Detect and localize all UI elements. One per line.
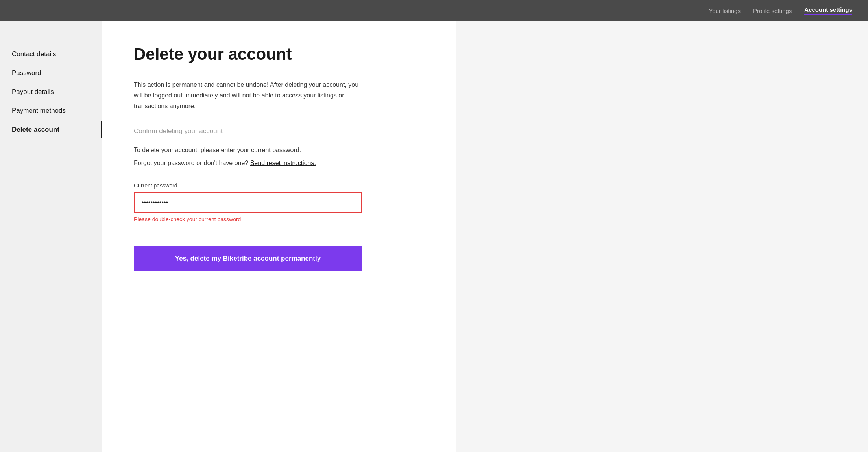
warning-text: This action is permanent and cannot be u…: [134, 79, 362, 112]
nav-your-listings[interactable]: Your listings: [709, 7, 741, 14]
current-password-input[interactable]: [134, 192, 362, 213]
main-content: Delete your account This action is perma…: [102, 21, 456, 452]
password-form-group: Current password Please double-check you…: [134, 182, 362, 222]
instruction-line1: To delete your account, please enter you…: [134, 145, 425, 155]
top-nav: Your listings Profile settings Account s…: [0, 0, 868, 21]
sidebar: Contact details Password Payout details …: [0, 21, 102, 452]
password-error-text: Please double-check your current passwor…: [134, 216, 362, 222]
sidebar-item-payment-methods[interactable]: Payment methods: [0, 101, 102, 120]
nav-account-settings[interactable]: Account settings: [804, 6, 852, 15]
sidebar-item-contact-details[interactable]: Contact details: [0, 45, 102, 64]
password-label: Current password: [134, 182, 362, 189]
sidebar-item-delete-account[interactable]: Delete account: [0, 120, 102, 139]
delete-account-button[interactable]: Yes, delete my Biketribe account permane…: [134, 246, 362, 271]
instruction-line2: Forgot your password or don't have one? …: [134, 158, 425, 168]
send-reset-instructions-link[interactable]: Send reset instructions.: [250, 160, 316, 166]
sidebar-item-payout-details[interactable]: Payout details: [0, 83, 102, 101]
instruction-line2-prefix: Forgot your password or don't have one?: [134, 160, 248, 166]
nav-profile-settings[interactable]: Profile settings: [753, 7, 792, 14]
section-heading: Confirm deleting your account: [134, 127, 425, 135]
sidebar-item-password[interactable]: Password: [0, 64, 102, 83]
main-layout: Contact details Password Payout details …: [0, 21, 868, 452]
page-title: Delete your account: [134, 45, 425, 64]
